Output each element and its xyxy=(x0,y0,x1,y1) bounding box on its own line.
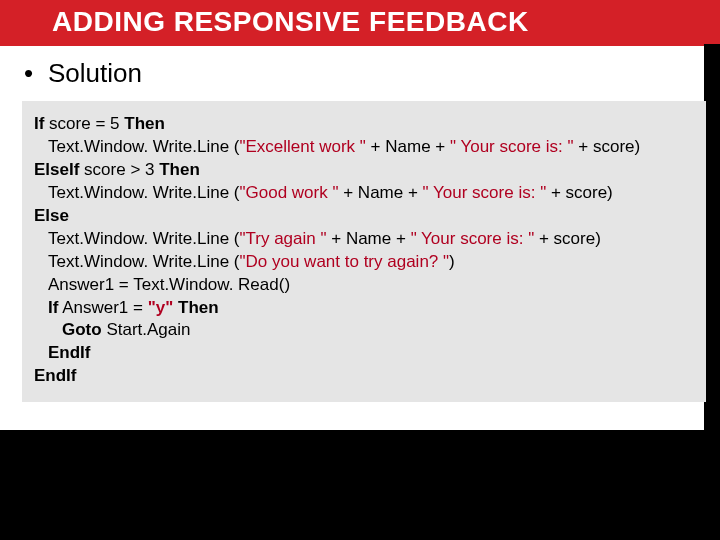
code-text: Start.Again xyxy=(102,320,191,339)
code-text: Text.Window. Write.Line ( xyxy=(48,137,239,156)
code-text: + Name + xyxy=(327,229,411,248)
code-text: + score) xyxy=(534,229,601,248)
kw-endif: EndIf xyxy=(48,343,91,362)
code-text: Answer1 = Text.Window. Read() xyxy=(48,275,290,294)
bottom-stripe xyxy=(0,430,720,540)
code-line-1: If score = 5 Then xyxy=(34,113,694,136)
code-line-11: EndIf xyxy=(34,342,694,365)
code-line-6: Text.Window. Write.Line ("Try again " + … xyxy=(34,228,694,251)
code-line-9: If Answer1 = "y" Then xyxy=(34,297,694,320)
code-string: "Try again " xyxy=(239,229,326,248)
slide: ADDING RESPONSIVE FEEDBACK • Solution If… xyxy=(0,0,720,540)
code-string: " Your score is: " xyxy=(411,229,535,248)
code-line-7: Text.Window. Write.Line ("Do you want to… xyxy=(34,251,694,274)
kw-goto: Goto xyxy=(62,320,102,339)
code-line-4: Text.Window. Write.Line ("Good work " + … xyxy=(34,182,694,205)
code-line-5: Else xyxy=(34,205,694,228)
code-text: Text.Window. Write.Line ( xyxy=(48,252,239,271)
code-line-8: Answer1 = Text.Window. Read() xyxy=(34,274,694,297)
kw-then: Then xyxy=(178,298,219,317)
kw-if: If xyxy=(34,114,44,133)
code-string: "Good work " xyxy=(239,183,338,202)
kw-elseif: ElseIf xyxy=(34,160,79,179)
kw-else: Else xyxy=(34,206,69,225)
code-text: ) xyxy=(449,252,455,271)
code-text: score = 5 xyxy=(44,114,124,133)
code-box: If score = 5 Then Text.Window. Write.Lin… xyxy=(22,101,706,402)
code-text: Answer1 = xyxy=(58,298,147,317)
code-line-3: ElseIf score > 3 Then xyxy=(34,159,694,182)
code-line-2: Text.Window. Write.Line ("Excellent work… xyxy=(34,136,694,159)
code-text: score > 3 xyxy=(79,160,159,179)
code-text: + score) xyxy=(574,137,641,156)
kw-if: If xyxy=(48,298,58,317)
code-string: "y" xyxy=(148,298,174,317)
bullet-icon: • xyxy=(24,58,48,89)
code-text: + Name + xyxy=(338,183,422,202)
kw-endif: EndIf xyxy=(34,366,77,385)
code-string: " Your score is: " xyxy=(423,183,547,202)
code-text: Text.Window. Write.Line ( xyxy=(48,229,239,248)
kw-then: Then xyxy=(124,114,165,133)
bullet-text: Solution xyxy=(48,58,142,89)
slide-title: ADDING RESPONSIVE FEEDBACK xyxy=(52,6,529,37)
code-line-12: EndIf xyxy=(34,365,694,388)
code-text: + Name + xyxy=(366,137,450,156)
bullet-row: • Solution xyxy=(22,58,698,89)
code-string: " Your score is: " xyxy=(450,137,574,156)
code-line-10: Goto Start.Again xyxy=(34,319,694,342)
title-bar: ADDING RESPONSIVE FEEDBACK xyxy=(0,0,720,46)
code-string: "Do you want to try again? " xyxy=(239,252,449,271)
slide-body: • Solution If score = 5 Then Text.Window… xyxy=(0,46,720,402)
kw-then: Then xyxy=(159,160,200,179)
code-string: "Excellent work " xyxy=(239,137,365,156)
code-text: + score) xyxy=(546,183,613,202)
code-text: Text.Window. Write.Line ( xyxy=(48,183,239,202)
